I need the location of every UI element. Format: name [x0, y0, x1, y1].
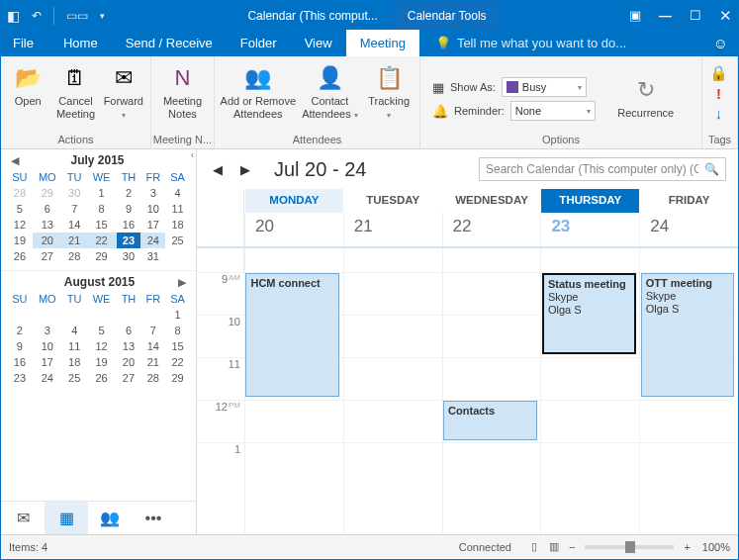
tab-meeting[interactable]: Meeting: [346, 30, 419, 56]
show-as-select[interactable]: Busy▾: [502, 77, 587, 97]
tab-folder[interactable]: Folder: [227, 30, 291, 56]
group-meeting-notes-label: Meeting N...: [151, 132, 214, 148]
dayhdr-wed[interactable]: WEDNESDAY: [442, 189, 541, 213]
zoom-slider[interactable]: [585, 545, 674, 549]
search-icon[interactable]: 🔍: [698, 162, 719, 176]
prev-range-icon[interactable]: ◀: [209, 162, 227, 177]
dayhdr-tue[interactable]: TUESDAY: [343, 189, 442, 213]
prev-month-icon[interactable]: ◀: [11, 154, 19, 167]
calendar-grid[interactable]: HCM connect Status meeting Skype Olga S …: [244, 272, 738, 534]
event-ott-meeting[interactable]: OTT meeting Skype Olga S: [641, 273, 735, 397]
month2-grid[interactable]: SUMOTUWETHFRSA 1 2345678 9101112131415 1…: [7, 291, 190, 386]
group-tags-label: Tags: [702, 132, 737, 148]
event-status-meeting[interactable]: Status meeting Skype Olga S: [542, 273, 636, 354]
date-range-title: Jul 20 - 24: [274, 158, 469, 181]
view-normal-icon[interactable]: ▯: [525, 540, 543, 553]
ribbon-tabs: File Home Send / Receive Folder View Mee…: [1, 30, 738, 56]
low-importance-icon[interactable]: ↓: [715, 105, 723, 122]
daynum-fri[interactable]: 24: [639, 213, 738, 246]
group-options-label: Options: [420, 132, 701, 148]
forward-button[interactable]: ✉Forward▾: [101, 60, 146, 120]
tab-send-receive[interactable]: Send / Receive: [112, 30, 227, 56]
zoom-level[interactable]: 100%: [702, 541, 730, 553]
tell-me-search[interactable]: 💡 Tell me what you want to do...: [419, 30, 703, 56]
reminder-icon: 🔔: [432, 104, 448, 119]
qat-dropdown-icon[interactable]: ▾: [100, 11, 105, 21]
title-bar: ◧ ↶ ▭▭ ▾ Calendar (This comput... Calend…: [1, 1, 738, 30]
cancel-meeting-button[interactable]: 🗓Cancel Meeting: [52, 60, 98, 120]
qat-customize-icon[interactable]: ▭▭: [66, 9, 88, 23]
month2-title[interactable]: August 2015: [21, 275, 178, 289]
daynum-wed[interactable]: 22: [442, 213, 541, 246]
contact-attendees-button[interactable]: 👤Contact Attendees ▾: [300, 60, 361, 120]
event-hcm-connect[interactable]: HCM connect: [245, 273, 339, 397]
nav-strip: ✉ ▦ 👥 •••: [1, 501, 196, 534]
nav-more-icon[interactable]: •••: [132, 502, 175, 534]
zoom-out-icon[interactable]: −: [565, 541, 579, 553]
month1-grid[interactable]: SUMOTUWETHFRSA 2829301234 567891011 1213…: [7, 169, 190, 264]
qat-undo-icon[interactable]: ↶: [32, 9, 42, 23]
status-connected: Connected: [459, 541, 511, 553]
calendar-search-input[interactable]: Search Calendar (This computer only) (Ct…: [479, 157, 726, 181]
daynum-tue[interactable]: 21: [343, 213, 442, 246]
search-placeholder: Search Calendar (This computer only) (Ct…: [486, 162, 698, 176]
group-actions-label: Actions: [1, 132, 150, 148]
collapse-pane-icon[interactable]: ‹: [191, 149, 194, 160]
status-items: Items: 4: [9, 541, 47, 553]
ribbon-options-icon[interactable]: ▣: [629, 8, 641, 23]
daynum-thu[interactable]: 23: [540, 213, 639, 246]
tab-view[interactable]: View: [291, 30, 346, 56]
maximize-button[interactable]: ☐: [690, 8, 701, 23]
meeting-notes-button[interactable]: NMeeting Notes: [155, 60, 210, 120]
dayhdr-thu[interactable]: THURSDAY: [540, 189, 639, 213]
show-as-icon: ▦: [432, 80, 444, 95]
tracking-button[interactable]: 📋Tracking▾: [362, 60, 416, 120]
view-reading-icon[interactable]: ▥: [543, 540, 565, 553]
next-month-icon[interactable]: ▶: [178, 276, 186, 289]
tab-file[interactable]: File: [1, 30, 49, 56]
calendar-pane: ◀ ▶ Jul 20 - 24 Search Calendar (This co…: [197, 149, 738, 534]
nav-calendar-icon[interactable]: ▦: [45, 502, 88, 534]
dayhdr-mon[interactable]: MONDAY: [244, 189, 343, 213]
group-attendees-label: Attendees: [215, 132, 419, 148]
date-navigator: ‹ ◀ July 2015 SUMOTUWETHFRSA 2829301234 …: [1, 149, 197, 534]
time-ruler: 9AM 10 11 12PM 1: [197, 272, 244, 534]
add-remove-attendees-button[interactable]: 👥Add or Remove Attendees: [219, 60, 298, 120]
daynum-mon[interactable]: 20: [244, 213, 343, 246]
next-range-icon[interactable]: ▶: [236, 162, 254, 177]
context-tab-title: Calendar Tools: [394, 1, 501, 30]
open-button[interactable]: 📂Open: [5, 60, 50, 108]
reminder-label: Reminder:: [454, 105, 505, 117]
zoom-in-icon[interactable]: +: [680, 541, 693, 553]
month1-title[interactable]: July 2015: [19, 153, 176, 167]
status-bar: Items: 4 Connected ▯ ▥ − + 100%: [1, 534, 738, 558]
private-icon[interactable]: 🔒: [709, 64, 728, 82]
minimize-button[interactable]: —: [659, 8, 672, 23]
tab-home[interactable]: Home: [49, 30, 112, 56]
high-importance-icon[interactable]: !: [716, 85, 721, 102]
close-button[interactable]: ✕: [719, 7, 732, 25]
ribbon: 📂Open 🗓Cancel Meeting ✉Forward▾ Actions …: [1, 56, 738, 149]
window-title: Calendar (This comput...: [233, 1, 391, 30]
lightbulb-icon: 💡: [435, 36, 451, 50]
nav-people-icon[interactable]: 👥: [88, 502, 132, 534]
dayhdr-fri[interactable]: FRIDAY: [639, 189, 738, 213]
nav-mail-icon[interactable]: ✉: [1, 502, 45, 534]
event-contacts[interactable]: Contacts: [443, 401, 537, 440]
recurrence-button[interactable]: ↻Recurrence: [611, 72, 681, 120]
reminder-select[interactable]: None▾: [510, 101, 596, 121]
feedback-smile-icon[interactable]: ☺: [703, 30, 738, 56]
qat-outlook-icon[interactable]: ◧: [7, 8, 20, 24]
show-as-label: Show As:: [450, 81, 496, 93]
tell-me-label: Tell me what you want to do...: [457, 36, 626, 50]
